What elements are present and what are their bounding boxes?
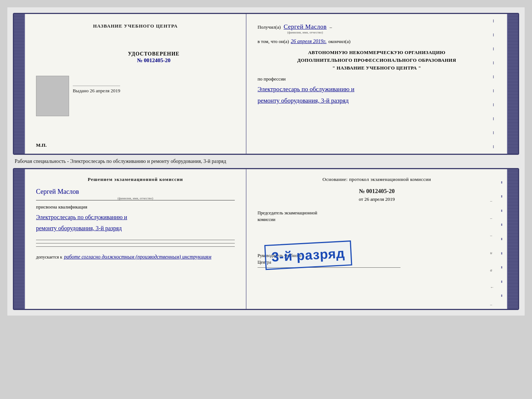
vtom-prefix: в том, что он(а) [258,39,289,44]
mp-label: М.П. [36,142,47,148]
document-bottom: Решением экзаменационной комиссии Сергей… [13,168,519,310]
fio-label-doc2: (фамилия, имя, отчество) [36,196,235,200]
doc1-center-title: НАЗВАНИЕ УЧЕБНОГО ЦЕНТРА [36,23,235,29]
udostoverenie-block: УДОСТОВЕРЕНИЕ № 0012405-20 [73,51,235,64]
qualification-block: Электрослесарь по обслуживанию и ремонту… [36,212,235,234]
signature-lines [36,240,235,247]
photo-placeholder [36,76,69,116]
poluchil-line: Получил(а) Сергей Маслов (фамилия, имя, … [258,23,496,34]
recipient-name-wrapper: Сергей Маслов (фамилия, имя, отчество) [284,23,327,34]
po-professii-block: по профессии Электрослесарь по обслужива… [258,76,496,106]
between-text: Рабочая специальность - Электрослесарь п… [13,155,519,168]
okoncil-suffix: окончил(а) [328,39,351,44]
page-background: НАЗВАНИЕ УЧЕБНОГО ЦЕНТРА УДОСТОВЕРЕНИЕ №… [7,7,525,316]
completion-date: 26 апреля 2019г. [291,39,326,44]
sig-line-3 [36,246,235,247]
prisvoena-label: присвоена квалификация [36,204,235,210]
doc2-right-panel: Основание: протокол экзаменационной коми… [247,169,507,309]
doc2-left-panel: Решением экзаменационной комиссии Сергей… [25,169,247,309]
profession-text: Электрослесарь по обслуживанию и ремонту… [258,84,496,106]
resheniem-title: Решением экзаменационной комиссии [36,177,235,182]
osnovanie-title: Основание: протокол экзаменационной коми… [258,177,496,182]
organization-block: АВТОНОМНУЮ НЕКОММЕРЧЕСКУЮ ОРГАНИЗАЦИЮ ДО… [258,49,496,72]
name-underline: Сергей Маслов (фамилия, имя, отчество) [36,188,235,200]
poluchil-label: Получил(а) [258,24,281,30]
stamp-text: 3-й разряд [271,246,345,264]
predsedatel-line2: комиссии [258,217,276,222]
po-professii-label: по профессии [258,76,496,82]
org-line3: " НАЗВАНИЕ УЧЕБНОГО ЦЕНТРА " [258,64,496,72]
recipient-name: Сергей Маслов [284,23,327,30]
vtom-line: в том, что он(а) 26 апреля 2019г. окончи… [258,39,496,44]
side-lines [498,169,505,309]
udostoverenie-label: УДОСТОВЕРЕНИЕ [73,51,235,57]
sig-line-1 [36,240,235,240]
dash-top: – [330,24,332,30]
dopuskaetsya-prefix: допускается к [36,254,62,260]
org-line1: АВТОНОМНУЮ НЕКОММЕРЧЕСКУЮ ОРГАНИЗАЦИЮ [258,49,496,57]
doc2-name: Сергей Маслов [36,188,235,196]
right-edge-marks: – – – и а ← – – – – [490,199,494,310]
udostoverenie-number: № 0012405-20 [137,57,170,63]
qualification-text: Электрослесарь по обслуживанию и ремонту… [36,212,235,234]
fio-label-top: (фамилия, имя, отчество) [284,31,327,34]
document-top: НАЗВАНИЕ УЧЕБНОГО ЦЕНТРА УДОСТОВЕРЕНИЕ №… [13,13,519,155]
stamp-box: 3-й разряд [264,241,352,270]
doc1-left-panel: НАЗВАНИЕ УЧЕБНОГО ЦЕНТРА УДОСТОВЕРЕНИЕ №… [25,14,247,154]
org-line2: ДОПОЛНИТЕЛЬНОГО ПРОФЕССИОНАЛЬНОГО ОБРАЗО… [258,57,496,64]
ot-line: от 26 апреля 2019 [258,196,496,202]
sig-line-2 [36,243,235,243]
doc1-right-panel: Получил(а) Сергей Маслов (фамилия, имя, … [247,14,507,154]
dopusk-text: работе согласно должностным (производств… [64,254,211,260]
doc2-number: № 0012405-20 [258,188,496,195]
vydano-line: Выдано 26 апреля 2019 [73,86,120,94]
dopuskaetsya-block: допускается к работе согласно должностны… [36,254,235,260]
predsedatel-block: Председатель экзаменационной комиссии [258,210,496,223]
predsedatel-line1: Председатель экзаменационной [258,210,317,215]
